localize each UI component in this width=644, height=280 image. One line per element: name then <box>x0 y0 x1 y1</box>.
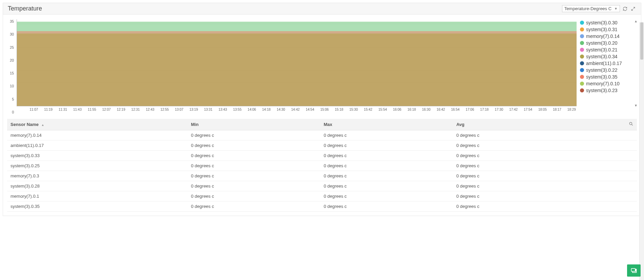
col-sensor-name-label: Sensor Name <box>11 122 39 127</box>
legend-item[interactable]: system(3).0.23 <box>580 87 636 94</box>
table-row[interactable]: memory(7).0.140 degrees c0 degrees c0 de… <box>7 130 637 141</box>
y-tick: 5 <box>12 97 14 101</box>
page-scrollbar[interactable] <box>639 22 644 219</box>
legend-color-dot <box>580 55 584 59</box>
table-row[interactable]: system(3).0.250 degrees c0 degrees c0 de… <box>7 161 637 171</box>
x-tick: 15:18 <box>335 108 343 111</box>
x-tick: 16:18 <box>408 108 416 111</box>
chart-x-axis: 11:0711:1911:3111:4311:5512:0712:1912:31… <box>29 106 577 114</box>
cell-avg: 0 degrees c <box>453 161 586 171</box>
cell-empty <box>586 151 637 161</box>
x-tick: 15:42 <box>364 108 372 111</box>
legend-label: system(3).0.34 <box>586 54 618 59</box>
table-row[interactable]: memory(7).0.30 degrees c0 degrees c0 deg… <box>7 171 637 181</box>
x-tick: 14:06 <box>248 108 256 111</box>
x-tick: 18:17 <box>553 108 561 111</box>
chart-plot[interactable] <box>17 19 577 106</box>
x-tick: 14:18 <box>262 108 271 111</box>
legend-color-dot <box>580 68 584 72</box>
x-tick: 12:31 <box>131 108 140 111</box>
x-tick: 11:19 <box>44 108 53 111</box>
cell-min: 0 degrees c <box>188 141 320 151</box>
col-avg[interactable]: Avg <box>453 119 586 130</box>
legend-item[interactable]: memory(7).0.10 <box>580 80 636 87</box>
x-tick: 16:30 <box>422 108 431 111</box>
col-max[interactable]: Max <box>320 119 453 130</box>
col-avg-label: Avg <box>456 122 464 127</box>
legend-label: system(3).0.20 <box>586 40 618 46</box>
cell-max: 0 degrees c <box>320 130 453 141</box>
panel-title: Temperature <box>8 5 42 12</box>
legend-label: system(3).0.23 <box>586 88 618 93</box>
x-tick: 13:55 <box>233 108 242 111</box>
cell-empty <box>586 181 637 191</box>
refresh-button[interactable] <box>622 6 628 12</box>
legend-item[interactable]: system(3).0.30 <box>580 19 636 26</box>
cell-min: 0 degrees c <box>188 191 320 201</box>
cell-max: 0 degrees c <box>320 171 453 181</box>
table-row[interactable]: system(3).0.330 degrees c0 degrees c0 de… <box>7 151 637 161</box>
legend-label: system(3).0.31 <box>586 27 618 32</box>
x-tick: 13:31 <box>204 108 212 111</box>
unit-dropdown[interactable]: Temperature-Degrees C ▼ <box>562 5 620 12</box>
x-tick: 13:43 <box>219 108 227 111</box>
x-tick: 13:19 <box>189 108 198 111</box>
legend-item[interactable]: ambient(11).0.17 <box>580 60 636 67</box>
y-tick: 35 <box>10 19 14 23</box>
x-tick: 17:30 <box>495 108 503 111</box>
cell-sensor: system(3).0.28 <box>7 181 188 191</box>
col-sensor-name[interactable]: Sensor Name ▲ <box>7 119 188 130</box>
legend-item[interactable]: memory(7).0.14 <box>580 33 636 40</box>
cell-min: 0 degrees c <box>188 181 320 191</box>
legend-color-dot <box>580 75 584 79</box>
cell-max: 0 degrees c <box>320 181 453 191</box>
table-row[interactable]: ambient(11).0.170 degrees c0 degrees c0 … <box>7 141 637 151</box>
temperature-panel: Temperature Temperature-Degrees C ▼ 3530… <box>3 3 641 216</box>
sensor-table: Sensor Name ▲ Min Max Avg memory(7).0.14… <box>7 119 637 212</box>
legend-item[interactable]: system(3).0.34 <box>580 53 636 60</box>
x-tick: 12:19 <box>117 108 125 111</box>
table-row[interactable]: system(3).0.350 degrees c0 degrees c0 de… <box>7 201 637 212</box>
legend-color-dot <box>580 88 584 92</box>
chart-area: 35302520151050 11:0711:1911:3111:4311:55… <box>10 19 577 114</box>
x-tick: 11:55 <box>88 108 96 111</box>
panel-actions: Temperature-Degrees C ▼ <box>562 5 636 12</box>
y-tick: 25 <box>10 45 14 49</box>
table-row[interactable]: system(3).0.280 degrees c0 degrees c0 de… <box>7 181 637 191</box>
expand-button[interactable] <box>630 6 636 12</box>
col-max-label: Max <box>324 122 332 127</box>
legend-scroll-up-icon[interactable]: ▲ <box>634 19 638 23</box>
chart-legend[interactable]: ▲ ▼ system(3).0.30system(3).0.31memory(7… <box>580 19 638 107</box>
legend-item[interactable]: system(3).0.35 <box>580 73 636 80</box>
y-tick: 10 <box>10 84 14 88</box>
legend-item[interactable]: system(3).0.20 <box>580 40 636 46</box>
cell-sensor: system(3).0.33 <box>7 151 188 161</box>
legend-item[interactable]: system(3).0.21 <box>580 46 636 53</box>
cell-min: 0 degrees c <box>188 130 320 141</box>
table-search[interactable] <box>586 119 637 130</box>
x-tick: 11:31 <box>59 108 67 111</box>
legend-item[interactable]: system(3).0.31 <box>580 26 636 33</box>
cell-max: 0 degrees c <box>320 151 453 161</box>
page-scrollbar-thumb[interactable] <box>640 22 643 60</box>
legend-label: system(3).0.30 <box>586 20 618 25</box>
cell-sensor: ambient(11).0.17 <box>7 141 188 151</box>
cell-min: 0 degrees c <box>188 201 320 212</box>
y-tick: 30 <box>10 32 14 36</box>
cell-avg: 0 degrees c <box>453 181 586 191</box>
cell-max: 0 degrees c <box>320 161 453 171</box>
cell-min: 0 degrees c <box>188 171 320 181</box>
svg-point-0 <box>629 122 632 125</box>
x-tick: 11:43 <box>73 108 82 111</box>
legend-scroll-down-icon[interactable]: ▼ <box>634 104 638 107</box>
col-min[interactable]: Min <box>188 119 320 130</box>
table-row[interactable]: memory(7).0.10 degrees c0 degrees c0 deg… <box>7 191 637 201</box>
legend-label: memory(7).0.14 <box>586 34 620 39</box>
x-tick: 12:55 <box>160 108 169 111</box>
cell-min: 0 degrees c <box>188 151 320 161</box>
legend-color-dot <box>580 48 584 52</box>
x-tick: 16:06 <box>393 108 401 111</box>
cell-sensor: memory(7).0.14 <box>7 130 188 141</box>
legend-item[interactable]: system(3).0.22 <box>580 67 636 73</box>
x-tick: 14:30 <box>277 108 285 111</box>
